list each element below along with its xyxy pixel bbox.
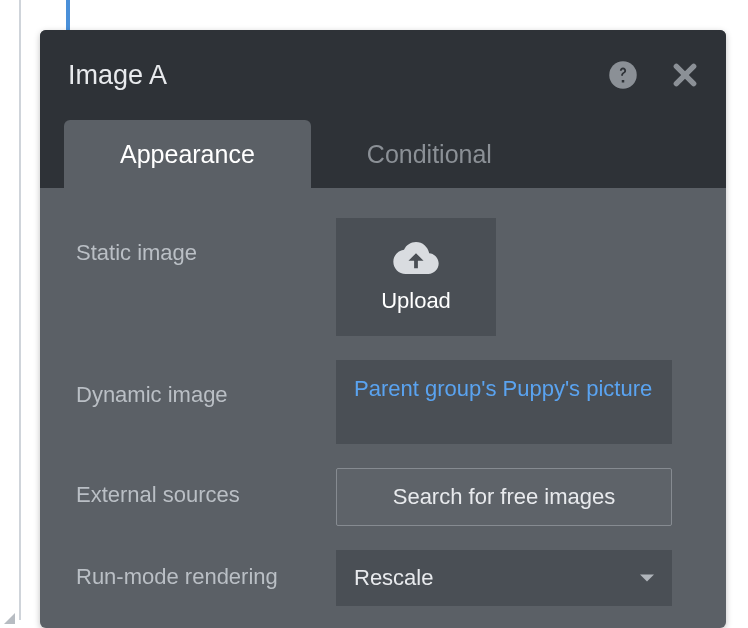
tab-spacer xyxy=(548,120,702,188)
upload-button[interactable]: Upload xyxy=(336,218,496,336)
help-icon[interactable] xyxy=(608,60,638,90)
close-icon[interactable] xyxy=(672,62,698,88)
upload-label: Upload xyxy=(381,288,451,314)
select-value: Rescale xyxy=(354,565,433,591)
dynamic-expression-value: Parent group's Puppy's picture xyxy=(354,376,652,401)
row-static-image: Static image Upload xyxy=(76,218,698,336)
search-button-label: Search for free images xyxy=(393,484,616,510)
search-free-images-button[interactable]: Search for free images xyxy=(336,468,672,526)
label-external-sources: External sources xyxy=(76,468,336,508)
label-run-mode: Run-mode rendering xyxy=(76,550,336,590)
tab-label: Appearance xyxy=(120,140,255,169)
property-panel: Image A Appearance Conditional xyxy=(40,30,726,628)
control-dynamic-image: Parent group's Puppy's picture xyxy=(336,360,698,444)
cloud-upload-icon xyxy=(393,240,439,278)
run-mode-select[interactable]: Rescale xyxy=(336,550,672,606)
tab-appearance[interactable]: Appearance xyxy=(64,120,311,188)
control-run-mode: Rescale xyxy=(336,550,698,606)
label-static-image: Static image xyxy=(76,218,336,266)
row-dynamic-image: Dynamic image Parent group's Puppy's pic… xyxy=(76,360,698,444)
header-icons xyxy=(608,60,698,90)
label-dynamic-image: Dynamic image xyxy=(76,360,336,408)
chevron-down-icon xyxy=(640,575,654,582)
control-external-sources: Search for free images xyxy=(336,468,698,526)
resize-handle[interactable] xyxy=(4,613,15,624)
panel-header: Image A xyxy=(40,30,726,120)
outline-marker xyxy=(66,0,70,30)
row-external-sources: External sources Search for free images xyxy=(76,468,698,526)
control-static-image: Upload xyxy=(336,218,698,336)
tab-conditional[interactable]: Conditional xyxy=(311,120,548,188)
row-run-mode: Run-mode rendering Rescale xyxy=(76,550,698,606)
panel-title: Image A xyxy=(68,60,608,91)
tabs: Appearance Conditional xyxy=(40,120,726,188)
dynamic-expression-input[interactable]: Parent group's Puppy's picture xyxy=(336,360,672,444)
panel-body: Static image Upload Dynamic image Parent… xyxy=(40,188,726,628)
tab-label: Conditional xyxy=(367,140,492,169)
outline-rail xyxy=(19,0,21,620)
